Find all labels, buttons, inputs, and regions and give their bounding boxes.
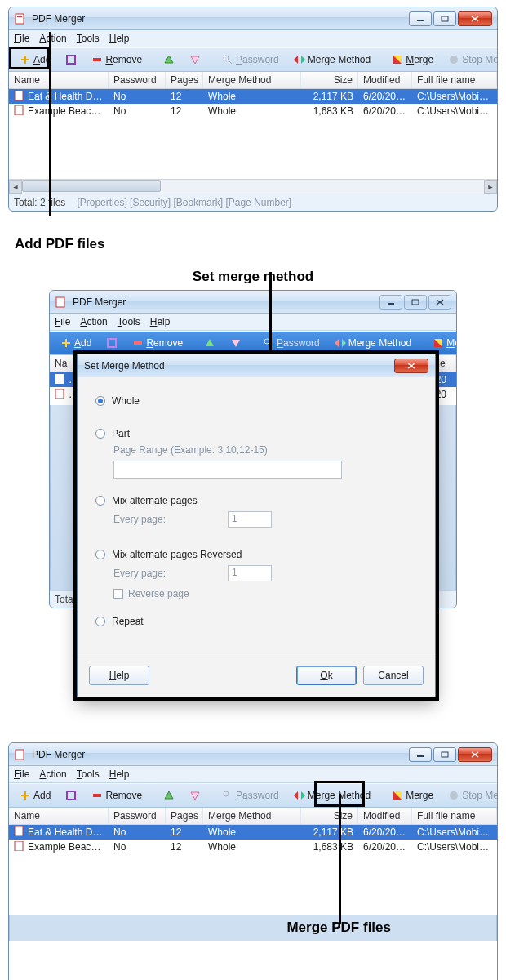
merge-method-button[interactable]: Merge Method (288, 787, 376, 804)
move-down-button[interactable] (184, 51, 206, 68)
triangle-down-icon (230, 337, 242, 349)
minimize-button[interactable] (409, 747, 432, 762)
merge-method-icon (294, 54, 305, 65)
move-up-button[interactable] (158, 787, 180, 804)
password-button[interactable]: Password (257, 335, 326, 351)
stop-icon (448, 54, 459, 65)
col-pages[interactable]: Pages (166, 72, 203, 88)
menu-tools[interactable]: Tools (77, 768, 100, 780)
radio-part[interactable]: Part (95, 428, 420, 439)
list-header[interactable]: Name Password Pages Merge Method Size Mo… (9, 72, 497, 89)
col-size[interactable]: Size (301, 72, 358, 88)
dialog-close-button[interactable] (394, 359, 428, 373)
move-down-button[interactable] (224, 335, 247, 351)
app-icon (14, 12, 27, 25)
status-links[interactable]: [Properties] [Security] [Bookmark] [Page… (77, 197, 291, 208)
merge-button[interactable]: Merge (386, 787, 439, 804)
svg-rect-29 (108, 339, 116, 347)
table-row[interactable]: Example Beaches.pdf No 12 Whole 1,683 KB… (9, 104, 497, 118)
move-up-button[interactable] (198, 335, 221, 351)
mixrev-every-input[interactable]: 1 (228, 565, 272, 581)
menu-file[interactable]: File (14, 768, 29, 780)
minus-icon (91, 790, 103, 801)
maximize-button[interactable] (433, 747, 456, 762)
remove-button[interactable]: Remove (126, 335, 189, 351)
radio-icon (95, 429, 105, 439)
maximize-button[interactable] (433, 11, 456, 26)
scroll-left-icon[interactable]: ◄ (9, 180, 22, 194)
minimize-button[interactable] (380, 295, 402, 310)
list-header[interactable]: Name Password Pages Merge Method Size Mo… (9, 808, 497, 825)
close-button[interactable] (458, 11, 492, 26)
move-up-button[interactable] (158, 51, 180, 68)
svg-rect-39 (55, 389, 64, 399)
stop-merging-button[interactable]: Stop Merging (442, 787, 498, 804)
table-row[interactable]: Example Beaches.pdf No 12 Whole 1,683 KB… (9, 840, 497, 854)
table-row[interactable]: Eat & Health DEMO... No 12 Whole 2,117 K… (9, 89, 497, 104)
triangle-up-icon (163, 790, 175, 801)
col-merge-method[interactable]: Merge Method (203, 72, 301, 88)
radio-mix[interactable]: Mix alternate pages (95, 495, 420, 506)
merge-method-button[interactable]: Merge Method (288, 51, 376, 68)
svg-rect-21 (15, 105, 23, 115)
callout-dialog-box: Set Merge Method Whole Part Page Range (… (73, 350, 439, 701)
add-button[interactable]: Add (55, 335, 97, 351)
every-page-row-rev: Every page: 1 (113, 565, 420, 581)
dialog-cancel-button[interactable]: Cancel (363, 666, 424, 685)
menu-action[interactable]: Action (80, 316, 107, 327)
close-button[interactable] (458, 747, 492, 762)
menu-action[interactable]: Action (39, 768, 66, 780)
password-button[interactable]: Password (216, 787, 285, 804)
pdf-icon (14, 841, 25, 853)
merge-button[interactable]: Merge (427, 335, 457, 351)
scroll-thumb[interactable] (22, 180, 161, 192)
menu-help[interactable]: Help (109, 33, 130, 44)
col-password[interactable]: Password (109, 72, 166, 88)
menu-help[interactable]: Help (109, 768, 130, 780)
dialog-ok-button[interactable]: Ok (296, 666, 357, 685)
dialog-titlebar: Set Merge Method (78, 354, 435, 377)
svg-marker-32 (232, 340, 240, 347)
scroll-right-icon[interactable]: ► (484, 180, 497, 194)
svg-rect-7 (21, 59, 29, 60)
radio-whole[interactable]: Whole (95, 395, 420, 407)
svg-marker-14 (294, 56, 298, 64)
remove-button[interactable]: Remove (86, 51, 148, 68)
remove-button[interactable]: Remove (86, 787, 148, 804)
merge-method-button[interactable]: Merge Method (329, 335, 417, 351)
col-full[interactable]: Full file name (412, 72, 497, 88)
password-button[interactable]: Password (216, 51, 285, 68)
radio-repeat[interactable]: Repeat (95, 616, 420, 627)
col-modified[interactable]: Modified (358, 72, 412, 88)
select-button[interactable] (60, 51, 82, 68)
flag-icon (392, 54, 403, 65)
merge-button[interactable]: Merge (386, 51, 439, 68)
menu-file[interactable]: File (55, 316, 70, 327)
status-bar: Total: 2 files [Properties] [Security] [… (9, 194, 497, 211)
menu-tools[interactable]: Tools (77, 33, 100, 44)
file-list[interactable]: Eat & Health DEMO... No 12 Whole 2,117 K… (9, 89, 497, 179)
select-button[interactable] (100, 335, 123, 351)
file-list[interactable]: Eat & Health DEMO... No 12 Whole 2,117 K… (9, 825, 497, 915)
mix-every-input[interactable]: 1 (228, 511, 272, 528)
dialog-help-button[interactable]: Help (89, 666, 149, 685)
move-down-button[interactable] (184, 787, 206, 804)
radio-icon (95, 396, 105, 406)
close-button[interactable] (428, 295, 451, 310)
stop-merging-button[interactable]: Stop Merging (442, 51, 498, 68)
minimize-button[interactable] (409, 11, 432, 26)
menu-file[interactable]: File (14, 33, 29, 44)
col-name[interactable]: Name (9, 72, 109, 88)
table-row[interactable]: Eat & Health DEMO... No 12 Whole 2,117 K… (9, 825, 497, 840)
menu-action[interactable]: Action (39, 33, 66, 44)
menu-tools[interactable]: Tools (118, 316, 140, 327)
add-button[interactable]: Add (14, 787, 56, 804)
radio-mix-rev[interactable]: Mix alternate pages Reversed (95, 549, 420, 560)
menu-help[interactable]: Help (150, 316, 171, 327)
page-range-input[interactable] (113, 461, 342, 479)
select-button[interactable] (60, 787, 82, 804)
maximize-button[interactable] (404, 295, 427, 310)
horizontal-scrollbar[interactable]: ◄ ► (9, 179, 497, 194)
reverse-checkbox-row[interactable]: Reverse page (113, 588, 420, 599)
svg-rect-28 (62, 342, 70, 344)
